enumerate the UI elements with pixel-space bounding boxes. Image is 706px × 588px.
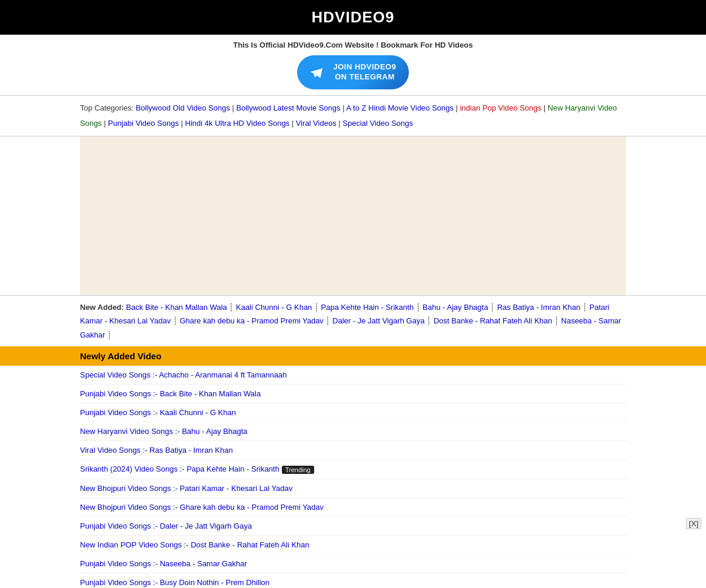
ad-block [80, 136, 626, 295]
telegram-banner[interactable]: JOIN HDVIDEO9 ON TELEGRAM [0, 55, 706, 89]
cat-bollywood-latest[interactable]: Bollywood Latest Movie Songs [237, 103, 341, 112]
telegram-icon [305, 61, 328, 83]
new-added-item-7[interactable]: Daler - Je Jatt Vigarh Gaya [332, 316, 425, 325]
video-item: New Haryanvi Video Songs :- Bahu - Ajay … [80, 422, 626, 441]
newly-added-header: Newly Added Video [0, 346, 706, 366]
video-item: Punjabi Video Songs :- Kaali Chunni - G … [80, 403, 626, 422]
video-item: New Bhojpuri Video Songs :- Ghare kah de… [80, 498, 626, 517]
video-item: Viral Video Songs :- Ras Batiya - Imran … [80, 441, 626, 460]
video-link-7[interactable]: New Bhojpuri Video Songs :- Ghare kah de… [80, 503, 324, 512]
site-header: HDVIDEO9 [0, 0, 706, 35]
video-link-6[interactable]: New Bhojpuri Video Songs :- Patari Kamar… [80, 484, 292, 493]
telegram-link[interactable]: JOIN HDVIDEO9 ON TELEGRAM [297, 55, 409, 89]
tagline-suffix: Website ! Bookmark For HD Videos [342, 41, 472, 49]
video-link-4[interactable]: Viral Video Songs :- Ras Batiya - Imran … [80, 446, 233, 455]
new-added-item-3[interactable]: Bahu - Ajay Bhagta [422, 303, 488, 312]
video-list: Special Video Songs :- Achacho - Aranman… [0, 366, 706, 588]
tagline-prefix: This Is Official [233, 41, 287, 49]
video-item: Punjabi Video Songs :- Daler - Je Jatt V… [80, 517, 626, 536]
video-link-3[interactable]: New Haryanvi Video Songs :- Bahu - Ajay … [80, 427, 247, 436]
video-link-2[interactable]: Punjabi Video Songs :- Kaali Chunni - G … [80, 408, 236, 417]
new-added-item-2[interactable]: Papa Kehte Hain - Srikanth [321, 303, 414, 312]
video-item: New Indian POP Video Songs :- Dost Banke… [80, 536, 626, 554]
tagline: This Is Official HDVideo9.Com Website ! … [0, 35, 706, 53]
new-added-section: New Added: Back Bite - Khan Mallan Wala … [0, 295, 706, 346]
video-item: Punjabi Video Songs :- Back Bite - Khan … [80, 385, 626, 403]
video-link-0[interactable]: Special Video Songs :- Achacho - Aranman… [80, 370, 287, 379]
trending-badge: Trending [282, 466, 314, 474]
new-added-item-4[interactable]: Ras Batiya - Imran Khan [497, 303, 581, 312]
site-title: HDVIDEO9 [0, 8, 706, 26]
video-item: Special Video Songs :- Achacho - Aranman… [80, 366, 626, 385]
new-added-item-1[interactable]: Kaali Chunni - G Khan [236, 303, 312, 312]
categories-section: Top Categories: Bollywood Old Video Song… [0, 95, 706, 136]
video-item: Punjabi Video Songs :- Busy Doin Nothin … [80, 573, 626, 588]
video-link-11[interactable]: Punjabi Video Songs :- Busy Doin Nothin … [80, 578, 269, 587]
new-added-label: New Added: [80, 303, 124, 312]
video-link-1[interactable]: Punjabi Video Songs :- Back Bite - Khan … [80, 389, 261, 398]
video-item: Srikanth (2024) Video Songs :- Papa Keht… [80, 460, 626, 479]
close-ad-button[interactable]: [X] [686, 518, 701, 529]
video-item: Punjabi Video Songs :- Naseeba - Samar G… [80, 554, 626, 573]
cat-special[interactable]: Special Video Songs [342, 119, 413, 128]
video-link-8[interactable]: Punjabi Video Songs :- Daler - Je Jatt V… [80, 522, 252, 530]
video-item: New Bhojpuri Video Songs :- Patari Kamar… [80, 479, 626, 498]
tagline-site: HDVideo9.Com [288, 41, 343, 49]
telegram-text: JOIN HDVIDEO9 ON TELEGRAM [334, 62, 397, 82]
video-link-5[interactable]: Srikanth (2024) Video Songs :- Papa Keht… [80, 465, 279, 473]
cat-bollywood-old[interactable]: Bollywood Old Video Songs [136, 103, 230, 112]
new-added-item-6[interactable]: Ghare kah debu ka - Pramod Premi Yadav [179, 316, 323, 325]
video-link-10[interactable]: Punjabi Video Songs :- Naseeba - Samar G… [80, 559, 247, 568]
cat-atoz-hindi[interactable]: A to Z Hindi Movie Video Songs [346, 103, 454, 112]
cat-hindi-4k[interactable]: Hindi 4k Ultra HD Video Songs [185, 119, 290, 128]
cat-viral[interactable]: Viral Videos [296, 119, 337, 128]
categories-label: Top Categories: [80, 103, 134, 112]
video-link-9[interactable]: New Indian POP Video Songs :- Dost Banke… [80, 540, 309, 549]
cat-punjabi[interactable]: Punjabi Video Songs [108, 119, 179, 128]
new-added-item-0[interactable]: Back Bite - Khan Mallan Wala [126, 303, 227, 312]
cat-indian-pop[interactable]: indian Pop Video Songs [460, 103, 542, 112]
new-added-item-8[interactable]: Dost Banke - Rahat Fateh Ali Khan [434, 316, 552, 325]
